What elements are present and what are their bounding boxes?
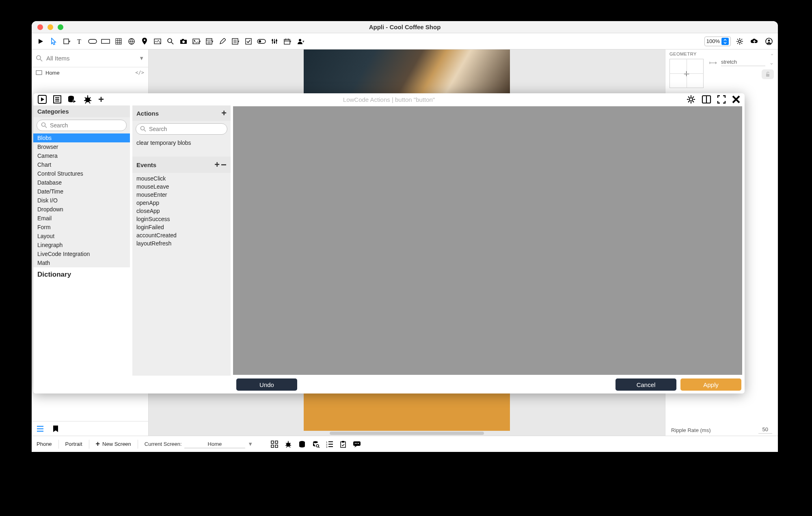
event-item[interactable]: accountCreated <box>136 231 227 239</box>
window-zoom[interactable] <box>58 24 63 30</box>
category-item[interactable]: Blobs <box>33 133 130 142</box>
search-tool[interactable] <box>165 36 176 47</box>
new-screen-button[interactable]: + New Screen <box>96 440 131 448</box>
event-item[interactable]: closeApp <box>136 207 227 215</box>
debug-icon[interactable] <box>83 95 93 104</box>
category-item[interactable]: Chart <box>33 160 130 169</box>
field-tool[interactable] <box>100 36 111 47</box>
button-tool[interactable] <box>87 36 98 47</box>
device-label[interactable]: Phone <box>37 441 52 447</box>
shape-tool[interactable]: ▾ <box>61 36 72 47</box>
play-boxed-icon[interactable] <box>37 95 47 104</box>
categories-list[interactable]: BlobsBrowserCameraChartControl Structure… <box>33 133 130 267</box>
canvas-scrollbar[interactable] <box>330 432 484 435</box>
chevron-down-icon[interactable]: ⌄ <box>770 51 774 56</box>
lock-toggle[interactable] <box>762 69 774 79</box>
toggle-tool[interactable] <box>256 36 267 47</box>
close-icon[interactable] <box>732 95 741 104</box>
database-icon[interactable] <box>298 441 306 448</box>
event-item[interactable]: mouseLeave <box>136 183 227 191</box>
window-minimize[interactable] <box>48 24 53 30</box>
user-tool[interactable]: ▾ <box>295 36 306 47</box>
pointer-tool[interactable] <box>48 36 59 47</box>
camera-tool[interactable] <box>178 36 189 47</box>
checkbox-tool[interactable] <box>243 36 254 47</box>
left-search-input[interactable] <box>46 55 136 62</box>
categories-search-input[interactable] <box>50 122 122 129</box>
category-item[interactable]: Database <box>33 178 130 187</box>
minus-icon[interactable]: − <box>221 159 227 170</box>
actions-list[interactable]: clear temporary blobs <box>132 137 231 153</box>
event-item[interactable]: mouseClick <box>136 174 227 183</box>
events-list[interactable]: mouseClickmouseLeavemouseEnteropenAppclo… <box>132 173 231 249</box>
orientation-label[interactable]: Portrait <box>65 441 82 447</box>
numbered-list-icon[interactable]: 123 <box>326 441 333 448</box>
edit-tool[interactable] <box>217 36 228 47</box>
event-item[interactable]: loginFailed <box>136 223 227 231</box>
bug-icon[interactable] <box>285 441 292 448</box>
current-screen-value[interactable]: Home <box>184 440 246 448</box>
chevron-down-icon[interactable]: ⌄ <box>769 60 774 66</box>
window-close[interactable] <box>37 24 43 30</box>
gear-icon[interactable] <box>686 95 696 104</box>
apply-button[interactable]: Apply <box>680 378 741 391</box>
category-item[interactable]: LiveCode Integration <box>33 249 130 258</box>
category-item[interactable]: Math <box>33 258 130 267</box>
bookmark-icon[interactable] <box>53 425 58 432</box>
notes-icon[interactable] <box>53 95 62 104</box>
category-item[interactable]: Control Structures <box>33 169 130 178</box>
category-item[interactable]: Camera <box>33 151 130 160</box>
category-item[interactable]: Linegraph <box>33 241 130 249</box>
align-select[interactable]: stretch <box>721 59 765 66</box>
dropdown-icon[interactable]: ▼ <box>248 441 253 447</box>
cancel-button[interactable]: Cancel <box>615 378 676 391</box>
list-tool[interactable]: ▾ <box>230 36 241 47</box>
category-item[interactable]: Email <box>33 214 130 223</box>
actions-search[interactable] <box>136 123 227 135</box>
account-icon[interactable] <box>763 36 775 47</box>
fullscreen-icon[interactable] <box>717 95 726 104</box>
undo-button[interactable]: Undo <box>236 378 297 391</box>
categories-search[interactable] <box>37 120 127 131</box>
image-tool[interactable] <box>152 36 163 47</box>
picture-tool[interactable]: ▾ <box>191 36 202 47</box>
actions-search-input[interactable] <box>149 126 223 132</box>
database-search-icon[interactable] <box>312 441 320 448</box>
run-button[interactable] <box>35 36 46 47</box>
ripple-value[interactable]: 50 <box>758 426 772 434</box>
list-view-icon[interactable] <box>37 426 44 432</box>
event-item[interactable]: layoutRefresh <box>136 239 227 247</box>
calendar-tool[interactable]: ▾ <box>282 36 293 47</box>
left-search[interactable]: ▼ <box>32 49 148 67</box>
chat-icon[interactable] <box>353 441 361 447</box>
category-item[interactable]: Date/Time <box>33 187 130 196</box>
cloud-upload-icon[interactable] <box>749 36 760 47</box>
category-item[interactable]: Disk I/O <box>33 196 130 205</box>
sliders-tool[interactable] <box>269 36 280 47</box>
add-icon[interactable]: + <box>221 108 227 118</box>
clipboard-icon[interactable] <box>340 441 346 448</box>
grid-icon[interactable] <box>271 441 278 448</box>
category-item[interactable]: Dropdown <box>33 205 130 214</box>
anchor-editor[interactable]: + <box>669 59 704 88</box>
event-item[interactable]: mouseEnter <box>136 191 227 199</box>
split-view-icon[interactable] <box>702 95 711 104</box>
event-item[interactable]: loginSuccess <box>136 215 227 223</box>
event-item[interactable]: openApp <box>136 199 227 207</box>
pin-tool[interactable] <box>139 36 150 47</box>
text-tool[interactable]: T <box>74 36 85 47</box>
table-tool[interactable] <box>113 36 124 47</box>
lowcode-titlebar[interactable]: + LowCode Actions | button "button" <box>33 93 745 105</box>
form-tool[interactable]: ▾ <box>204 36 215 47</box>
db-play-icon[interactable] <box>67 95 77 104</box>
zoom-selector[interactable]: 100% <box>704 37 731 46</box>
dropdown-icon[interactable]: ▼ <box>139 55 144 61</box>
category-item[interactable]: Browser <box>33 142 130 151</box>
settings-icon[interactable] <box>734 36 745 47</box>
add-icon[interactable]: + <box>98 94 104 105</box>
category-item[interactable]: Form <box>33 223 130 232</box>
tree-item-home[interactable]: Home </> <box>32 67 148 78</box>
add-icon[interactable]: + <box>214 159 220 170</box>
lowcode-canvas[interactable] <box>233 106 742 375</box>
action-item[interactable]: clear temporary blobs <box>136 140 227 146</box>
